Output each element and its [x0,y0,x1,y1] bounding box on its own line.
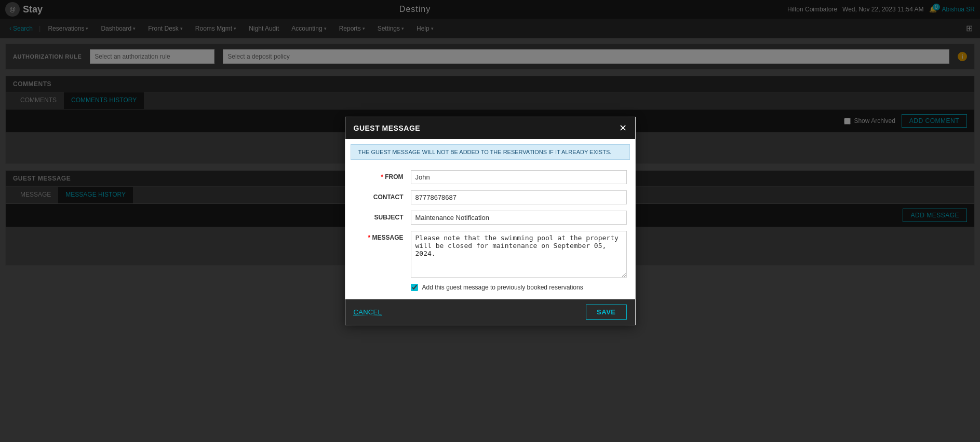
dialog-notice: THE GUEST MESSAGE WILL NOT BE ADDED TO T… [351,144,630,160]
message-label-text: MESSAGE [372,234,403,241]
guest-message-dialog: GUEST MESSAGE ✕ THE GUEST MESSAGE WILL N… [345,117,636,325]
dialog-body: * FROM CONTACT SUBJECT * MESSAGE [345,165,635,299]
checkbox-row: Add this guest message to previously boo… [411,284,627,291]
subject-label: SUBJECT [354,211,411,221]
from-input[interactable] [411,170,627,184]
form-row-message: * MESSAGE Please note that the swimming … [354,231,627,278]
from-label: * FROM [354,170,411,181]
form-row-subject: SUBJECT [354,211,627,225]
dialog-header: GUEST MESSAGE ✕ [345,117,635,139]
message-required-star: * [368,234,370,241]
add-to-reservations-checkbox[interactable] [411,284,418,291]
add-to-reservations-label: Add this guest message to previously boo… [422,284,583,291]
form-row-contact: CONTACT [354,190,627,204]
contact-input[interactable] [411,190,627,204]
dialog-close-button[interactable]: ✕ [619,122,627,134]
message-textarea[interactable]: Please note that the swimming pool at th… [411,231,627,278]
dialog-footer: CANCEL SAVE [345,299,635,325]
message-label: * MESSAGE [354,231,411,241]
save-button[interactable]: SAVE [586,305,626,320]
form-row-from: * FROM [354,170,627,184]
subject-input[interactable] [411,211,627,225]
dialog-title: GUEST MESSAGE [354,124,421,132]
modal-overlay: GUEST MESSAGE ✕ THE GUEST MESSAGE WILL N… [0,0,980,442]
from-required-star: * [381,173,383,181]
from-label-text: FROM [385,173,403,181]
cancel-button[interactable]: CANCEL [354,308,382,316]
contact-label: CONTACT [354,190,411,201]
